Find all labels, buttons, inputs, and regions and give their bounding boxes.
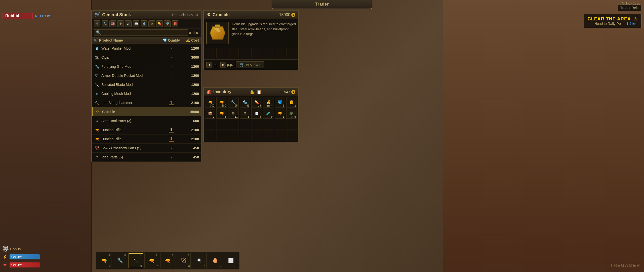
toolbar-link[interactable]: 🔗 [164,20,171,27]
item-icon: ⚙ [94,118,100,124]
inv-slot[interactable] [275,130,285,141]
table-row[interactable]: ⚗ Crucible - 15000 [92,107,201,116]
inv-slot[interactable] [205,119,215,130]
inv-slot[interactable]: 🪖 1903 [286,108,297,119]
inv-slot[interactable] [286,119,297,130]
toolbar-cart[interactable]: 🛒 [94,20,100,27]
detail-slot [275,48,285,58]
inv-slot[interactable]: 🔩 61 [240,97,250,108]
inv-slot[interactable] [263,130,273,141]
inv-slot[interactable] [216,119,227,130]
detail-slot [216,48,227,58]
inv-slot[interactable]: 📦 1 [205,108,215,119]
inv-slot[interactable]: 🧪 9 [263,108,273,119]
inv-slot[interactable]: 🔫 1 [275,108,285,119]
inv-slot[interactable] [275,119,285,130]
table-row[interactable]: 🔫 Hunting Rifle 3 2100 [92,125,201,134]
table-row[interactable]: 🛡 Armor Double Pocket Mod - 1200 [92,71,201,80]
stamina-icon: ⚡ [1,253,8,260]
table-row[interactable]: 🚬 Cigar - 3000 [92,53,201,62]
item-cost: 2100 [181,137,199,141]
inv-slot[interactable] [286,130,297,141]
table-row[interactable]: ❄ Cooling Mesh Mod - 1200 [92,89,201,98]
item-name: Fortifying Grip Mod [101,64,161,69]
quest-distance: 1.4 km [626,22,637,26]
hotbar-slot-7[interactable]: 🍳 1 [192,253,207,268]
toolbar-gear[interactable]: ⚙ [117,20,124,27]
inv-slot[interactable]: 💰 11947 [263,97,273,108]
max-qty-button[interactable]: ▶▶ [227,62,233,67]
stamina-stat: ⚡ 121/121 [1,253,52,260]
stamina-bar: 121/121 [10,254,40,259]
hotbar-slot-2[interactable]: ⚙ 🔧 [113,253,127,268]
slot-icon: 💰 [266,100,270,104]
table-row[interactable]: 🏹 Bow / Crossbow Parts (5) - 450 [92,144,201,153]
hotbar-slot-3[interactable]: ⚙ ⛏ 5 [129,253,143,268]
item-quality: - [161,110,181,114]
search-input[interactable] [102,31,133,35]
hotbar-item-icon: 🔧 [117,258,123,263]
hotbar-slot-8[interactable]: 🥚 2 [208,253,222,268]
inv-slot[interactable]: 🔫 300 [216,97,227,108]
toolbar-wrench[interactable]: 🔧 [102,20,108,27]
prev-qty-arrow[interactable]: ◀ [206,62,212,67]
inv-slot[interactable] [240,119,250,130]
inv-slot[interactable]: 🔫 2 [216,108,227,119]
inv-slot[interactable]: 🔫 300 [205,97,215,108]
lock-icon[interactable]: 🔒 [250,89,255,94]
next-page-button[interactable]: ▶ [196,31,199,35]
hotbar-slot-1[interactable]: ⚙ 🔫 2 [97,253,111,268]
toolbar-pill[interactable]: 💊 [156,20,163,27]
toolbar-science[interactable]: 🔬 [141,20,147,27]
hotbar-slot-4[interactable]: ⚙ 🔫 2 [144,253,159,268]
toolbar-needle[interactable]: 💉 [125,20,132,27]
table-row[interactable]: 🔧 Fortifying Grip Mod - 1200 [92,62,201,71]
inv-slot[interactable]: ⚙ 11 [228,108,239,119]
item-icon: 🚬 [94,54,100,60]
inv-slot[interactable] [228,130,239,141]
item-icon: 🔫 [94,136,100,142]
inv-slot[interactable]: ⚙ 3 [240,108,250,119]
table-row[interactable]: 🔫 Hunting Rifle 3 2100 [92,134,201,144]
table-row[interactable]: 💧 Water Purifier Mod - 1200 [92,44,201,53]
toolbar-bag[interactable]: 🎒 [172,20,178,27]
detail-slot [228,48,239,58]
inv-slot[interactable] [228,119,239,130]
table-row[interactable]: 🔨 Iron Sledgehammer 3 2100 [92,98,201,107]
buy-button[interactable]: 🛒 Buy <W> [236,61,264,68]
item-cost: 1200 [181,83,199,87]
next-qty-arrow[interactable]: ▶ [220,62,226,67]
inv-slot[interactable]: 💊 18 [251,97,262,108]
col-product-header: 🛒 Product Name [94,38,161,42]
inv-slot[interactable] [251,130,262,141]
inv-slot[interactable] [216,130,227,141]
table-row[interactable]: 🔪 Serrated Blade Mod - 1200 [92,80,201,89]
item-name: Serrated Blade Mod [101,83,161,87]
inv-slot[interactable] [251,119,262,130]
toolbar-factory[interactable]: 🏭 [109,20,116,27]
inv-slot[interactable] [263,119,273,130]
hotbar-gear-icon: ⚙ [171,254,174,257]
slot-count: 1 [213,115,215,118]
hotbar-slot-9[interactable]: ⬜ 2 [224,253,238,268]
table-row[interactable]: ⚙ Steel Tool Parts (3) - 600 [92,116,201,125]
item-cost: 450 [181,146,199,150]
inv-slot[interactable]: 🥫 2 [286,97,297,108]
inv-slot[interactable] [205,130,215,141]
toolbar-settings[interactable]: ⚙ [148,20,155,27]
table-row[interactable]: ⚙ Rifle Parts (5) - 450 [92,153,201,162]
hotbar-slot-5[interactable]: ⚙ 🔫 1 [160,253,175,268]
crucible-image [209,24,226,42]
sort-icon[interactable]: 📋 [257,89,262,94]
prev-page-button[interactable]: ◀ [188,31,191,35]
inv-slot[interactable]: 🪣 1 [275,97,285,108]
search-icon: 🔍 [96,30,101,35]
hotbar-slot-6[interactable]: ⚙ 🏹 3 [176,253,191,268]
inv-slot[interactable] [240,130,250,141]
inv-slot[interactable]: 📋 5 [251,108,262,119]
toolbar-book[interactable]: 📖 [133,20,139,27]
inv-slot[interactable]: 🔧 25 [228,97,239,108]
restock-info: Restock: Day 13 [172,13,198,17]
search-wrapper[interactable]: 🔍 [94,29,188,36]
slot-count: 2 [294,104,296,107]
